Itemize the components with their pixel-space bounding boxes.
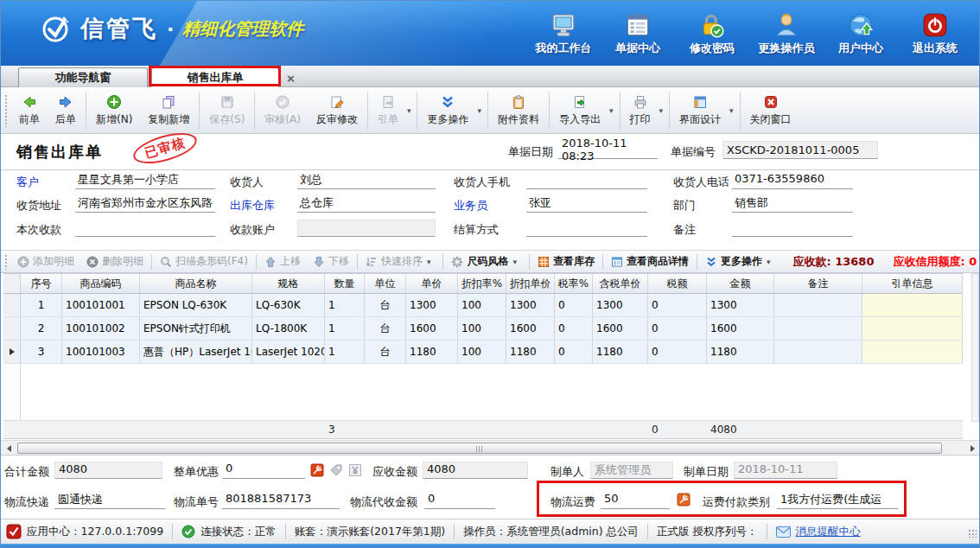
banner-action-workbench[interactable]: 我的工作台 (526, 8, 601, 56)
col-header[interactable]: 含税单价 (593, 274, 648, 293)
vertical-scrollbar[interactable] (971, 273, 979, 422)
chevron-down-icon[interactable]: ▾ (476, 106, 486, 115)
freight-field[interactable]: 50 (601, 492, 670, 509)
remark-field[interactable] (732, 220, 853, 237)
freight-type-field[interactable]: 1我方付运费(生成运 (777, 492, 898, 509)
tab-function-nav[interactable]: 功能导航窗 (18, 67, 148, 87)
warehouse-label[interactable]: 出库仓库 (230, 198, 275, 213)
freight-label: 物流运费 (550, 494, 595, 510)
audit-button[interactable]: 审核(A) (257, 90, 309, 131)
print-button[interactable]: 打印 (622, 90, 659, 131)
status-connection: 连接状态：正常 (181, 525, 277, 539)
banner-action-change-password[interactable]: 修改密码 (675, 8, 749, 56)
phone-field[interactable]: 0371-63559860 (732, 172, 853, 189)
scrollbar-thumb[interactable] (17, 443, 942, 454)
delete-detail-button[interactable]: 删除明细 (80, 251, 150, 272)
consignee-field[interactable]: 刘总 (297, 172, 436, 189)
mobile-field[interactable] (526, 172, 647, 189)
status-account-set: 账套：演示账套(2017年第1期) (295, 525, 446, 539)
customer-field[interactable]: 星星文具第一小学店 (75, 172, 215, 189)
save-button[interactable]: 保存(S) (201, 90, 252, 131)
quick-sort-button[interactable]: 快速排序 ▾ (360, 251, 442, 272)
banner-action-exit-system[interactable]: 退出系统 (898, 8, 972, 56)
scroll-left-arrow[interactable] (2, 442, 16, 455)
view-stock-button[interactable]: 查看库存 (531, 251, 601, 272)
cod-field[interactable]: 0 (424, 492, 495, 509)
gear-icon (451, 256, 463, 268)
size-style-button[interactable]: 尺码风格 ▾ (445, 251, 527, 272)
close-window-button[interactable]: 关闭窗口 (742, 90, 799, 131)
discount-tool-icon[interactable] (310, 463, 324, 477)
salesman-field[interactable]: 张亚 (526, 195, 647, 213)
move-down-button[interactable]: 下移 (307, 251, 355, 272)
scroll-right-arrow[interactable] (965, 442, 980, 455)
add-detail-button[interactable]: 添加明细 (11, 251, 80, 272)
col-header[interactable]: 折扣率% (458, 274, 506, 293)
express-field[interactable]: 圆通快递 (54, 492, 165, 509)
attachments-button[interactable]: 附件资料 (490, 90, 547, 131)
order-discount-field[interactable]: 0 (222, 462, 305, 479)
col-header[interactable]: 税额 (648, 274, 707, 293)
more-operations-button[interactable]: 更多操作 (419, 90, 476, 131)
col-header[interactable]: 税率% (555, 274, 593, 293)
tab-sales-outbound[interactable]: 销售出库单 (151, 67, 279, 87)
freight-tool-icon[interactable] (677, 493, 690, 507)
salesman-label[interactable]: 业务员 (454, 198, 487, 213)
settle-field[interactable] (526, 220, 647, 237)
app-logo: 信管飞 · 精细化管理软件 (41, 13, 303, 44)
payment-field[interactable] (75, 220, 215, 237)
col-header[interactable]: 引单信息 (862, 274, 963, 293)
row-selector (3, 294, 21, 316)
col-header[interactable]: 单位 (365, 274, 406, 293)
col-header[interactable]: 金额 (707, 274, 774, 293)
address-field[interactable]: 河南省郑州市金水区东风路 (75, 195, 215, 213)
printer-icon (633, 94, 648, 110)
stock-grid-icon (538, 256, 550, 268)
dept-field[interactable]: 销售部 (732, 195, 853, 213)
table-row[interactable]: 2 100101002 EPSON针式打印机 LQ-1800K 1 台 1600… (3, 317, 963, 341)
yen-box-icon[interactable] (348, 463, 362, 477)
resize-grip[interactable] (968, 529, 977, 538)
status-message-center[interactable]: 消息提醒中心 (776, 525, 861, 539)
grid-more-operations-button[interactable]: 更多操作 ▾ (699, 251, 781, 272)
horizontal-scrollbar[interactable] (1, 440, 980, 456)
doc-date-field[interactable]: 2018-10-11 08:23 (558, 141, 658, 159)
col-header[interactable]: 序号 (21, 274, 62, 293)
customer-label[interactable]: 客户 (16, 175, 39, 190)
copy-add-button[interactable]: 复制新增 (140, 90, 197, 131)
banner-action-switch-operator[interactable]: 更换操作员 (749, 8, 824, 56)
phone-label: 收货人电话 (673, 175, 729, 190)
banner-action-document-center[interactable]: 单据中心 (601, 8, 675, 56)
chevron-down-icon[interactable]: ▾ (729, 106, 738, 115)
move-up-button[interactable]: 上移 (258, 251, 307, 272)
col-header[interactable]: 单价 (406, 274, 458, 293)
import-export-button[interactable]: 导入导出 (551, 90, 608, 131)
tracking-field[interactable]: 801881587173 (222, 492, 340, 509)
col-header[interactable]: 商品名称 (140, 274, 252, 293)
double-chevron-down-icon (705, 256, 717, 268)
arrow-right-icon (58, 94, 73, 110)
add-new-button[interactable]: 新增(N) (88, 90, 140, 131)
col-header[interactable]: 数量 (325, 274, 365, 293)
table-row[interactable]: 1 100101001 EPSON LQ-630K LQ-630K 1 台 13… (3, 294, 963, 317)
col-header[interactable]: 备注 (774, 274, 862, 293)
pull-doc-button[interactable]: 引单 (370, 90, 406, 131)
ui-design-button[interactable]: 界面设计 (671, 90, 729, 131)
next-doc-button[interactable]: 后单 (48, 90, 84, 131)
tab-close-button[interactable]: × (283, 71, 298, 85)
prev-doc-button[interactable]: 前单 (11, 90, 48, 131)
price-tag-icon[interactable] (329, 463, 343, 477)
banner-action-user-center[interactable]: 用户中心 (824, 8, 898, 56)
warehouse-field[interactable]: 总仓库 (297, 195, 436, 213)
table-row-current[interactable]: 3 100101003 惠普（HP）LaserJet 1020 LaserJet… (3, 341, 963, 364)
col-header[interactable]: 规格 (252, 274, 325, 293)
col-header[interactable]: 商品编码 (62, 274, 140, 293)
scan-barcode-button[interactable]: 扫描条形码(F4) (154, 251, 254, 272)
unaudit-edit-button[interactable]: 反审修改 (309, 90, 366, 131)
credit-limit-text: 应收信用额度: 0 (893, 254, 977, 270)
view-product-detail-button[interactable]: 查看商品详情 (605, 251, 695, 272)
chevron-down-icon[interactable]: ▾ (406, 106, 416, 115)
chevron-down-icon[interactable]: ▾ (659, 106, 668, 115)
col-header[interactable]: 折扣单价 (506, 274, 555, 293)
chevron-down-icon[interactable]: ▾ (608, 106, 618, 115)
